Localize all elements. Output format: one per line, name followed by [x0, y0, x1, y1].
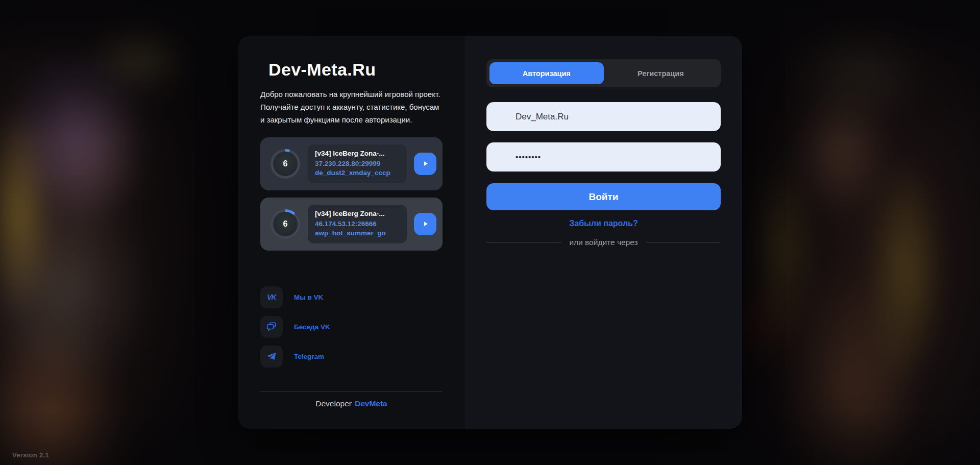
server-ip: 46.174.53.12:26666 — [315, 219, 400, 229]
vk-icon: VK — [260, 286, 283, 308]
social-login-divider: или войдите через — [486, 238, 721, 247]
vk-chat-icon — [260, 316, 283, 338]
social-link-telegram[interactable]: Telegram — [260, 346, 443, 368]
welcome-text: Добро пожаловать на крупнейший игровой п… — [260, 88, 443, 126]
social-link-vk-chat[interactable]: Беседа VK — [260, 316, 443, 338]
auth-panel: Dev-Meta.Ru Добро пожаловать на крупнейш… — [238, 36, 742, 429]
server-map: awp_hot_summer_go — [315, 229, 400, 238]
play-icon — [422, 220, 429, 228]
page: Version 2.1 Dev-Meta.Ru Добро пожаловать… — [0, 0, 980, 465]
players-online-count: 6 — [273, 152, 298, 176]
social-label: Беседа VK — [294, 323, 330, 331]
server-info: [v34] IceBerg Zona-... 37.230.228.80:299… — [308, 144, 407, 183]
divider-label: или войдите через — [569, 238, 638, 247]
server-map: de_dust2_xmday_cccp — [315, 168, 400, 178]
divider-line — [646, 242, 721, 243]
version-label: Version 2.1 — [12, 451, 49, 459]
players-progress-ring: 6 — [271, 149, 300, 179]
server-ip: 37.230.228.80:29999 — [315, 159, 400, 168]
server-card[interactable]: 6 [v34] IceBerg Zona-... 37.230.228.80:2… — [260, 137, 443, 190]
server-list: 6 [v34] IceBerg Zona-... 37.230.228.80:2… — [260, 130, 443, 251]
auth-form-column: Авторизация Регистрация Войти Забыли пар… — [465, 36, 742, 429]
players-online-count: 6 — [273, 212, 298, 236]
login-input[interactable] — [486, 102, 721, 131]
page-title: Dev-Meta.Ru — [268, 59, 443, 80]
social-links: VK Мы в VK Беседа VK — [260, 286, 443, 375]
login-button[interactable]: Войти — [486, 183, 721, 210]
developer-link[interactable]: DevMeta — [355, 399, 387, 408]
divider-line — [486, 242, 561, 243]
server-name: [v34] IceBerg Zona-... — [315, 210, 400, 217]
social-link-vk[interactable]: VK Мы в VK — [260, 286, 443, 308]
tab-authorization[interactable]: Авторизация — [489, 62, 604, 84]
footer-divider — [260, 391, 443, 392]
auth-tabs: Авторизация Регистрация — [486, 59, 721, 87]
telegram-icon — [260, 346, 283, 368]
players-progress-ring: 6 — [271, 209, 300, 239]
server-name: [v34] IceBerg Zona-... — [315, 150, 400, 157]
developer-footer: DeveloperDevMeta — [260, 391, 443, 408]
tab-registration[interactable]: Регистрация — [604, 62, 718, 84]
play-button[interactable] — [414, 213, 436, 235]
social-label: Мы в VK — [294, 293, 323, 301]
play-icon — [422, 160, 429, 167]
server-info: [v34] IceBerg Zona-... 46.174.53.12:2666… — [308, 205, 407, 243]
play-button[interactable] — [414, 153, 436, 175]
info-column: Dev-Meta.Ru Добро пожаловать на крупнейш… — [238, 36, 465, 429]
password-input[interactable] — [486, 142, 721, 172]
developer-prefix: Developer — [315, 399, 352, 408]
forgot-password-link[interactable]: Забыли пароль? — [486, 219, 721, 228]
server-card[interactable]: 6 [v34] IceBerg Zona-... 46.174.53.12:26… — [260, 198, 443, 251]
social-label: Telegram — [294, 353, 324, 360]
